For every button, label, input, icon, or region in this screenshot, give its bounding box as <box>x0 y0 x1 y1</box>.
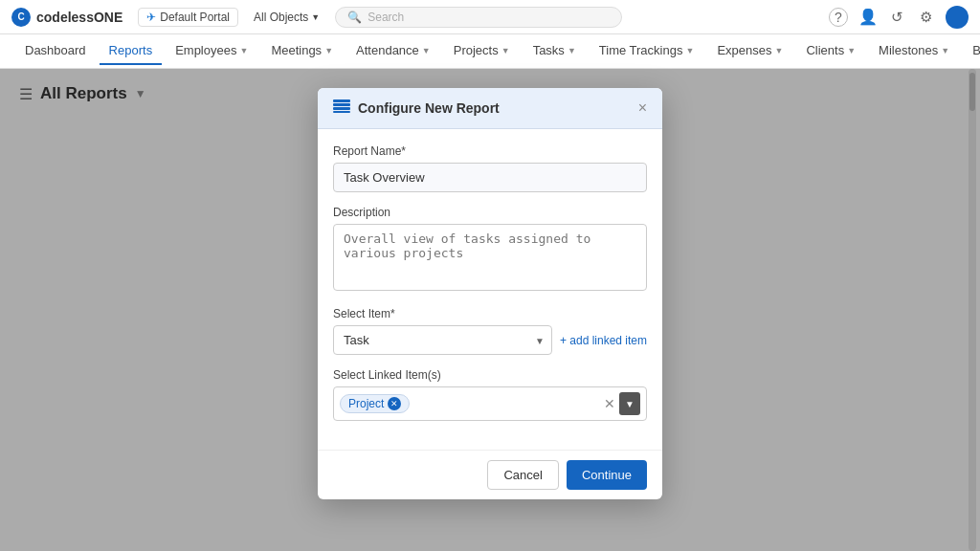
continue-button[interactable]: Continue <box>567 460 647 490</box>
linked-dropdown-button[interactable]: ▼ <box>619 392 640 415</box>
nav-item-attendance[interactable]: Attendance ▼ <box>346 37 440 65</box>
all-objects-label: All Objects <box>254 11 308 24</box>
modal-title-wrap: Configure New Report <box>333 99 500 117</box>
report-name-input[interactable] <box>333 163 647 192</box>
employees-chevron-icon: ▼ <box>239 46 248 55</box>
top-icons: ? 👤 ↺ ⚙ <box>829 6 969 29</box>
nav-label-employees: Employees <box>175 43 236 57</box>
modal-table-icon <box>333 99 350 117</box>
user-icon[interactable]: 👤 <box>859 9 877 26</box>
svg-rect-1 <box>333 103 350 106</box>
linked-tag-remove-button[interactable]: ✕ <box>388 397 401 410</box>
nav-item-dashboard[interactable]: Dashboard <box>15 37 96 65</box>
search-icon: 🔍 <box>347 11 362 24</box>
portal-label: Default Portal <box>160 11 230 24</box>
linked-tag-project: Project ✕ <box>340 394 410 413</box>
description-group: Description <box>333 206 647 294</box>
modal-header: Configure New Report × <box>318 88 662 129</box>
time-trackings-chevron-icon: ▼ <box>685 46 694 55</box>
linked-tag-label: Project <box>348 397 384 410</box>
modal-title: Configure New Report <box>358 100 500 116</box>
cancel-button[interactable]: Cancel <box>487 460 558 490</box>
meetings-chevron-icon: ▼ <box>324 46 333 55</box>
logo-icon: C <box>11 8 31 27</box>
tasks-chevron-icon: ▼ <box>568 46 576 55</box>
nav-item-tasks[interactable]: Tasks ▼ <box>523 37 586 65</box>
svg-rect-0 <box>333 99 350 102</box>
report-name-label: Report Name* <box>333 144 647 158</box>
nav-label-time-trackings: Time Trackings <box>599 43 683 57</box>
description-textarea[interactable] <box>333 224 647 291</box>
modal-close-button[interactable]: × <box>638 100 647 116</box>
nav-label-dashboard: Dashboard <box>25 43 86 57</box>
nav-item-clients[interactable]: Clients ▼ <box>796 37 865 65</box>
select-item-dropdown[interactable]: Task <box>333 325 552 355</box>
modal-footer: Cancel Continue <box>318 450 662 499</box>
page-body: ☰ All Reports ▼ Configure New Repor <box>0 69 980 551</box>
attendance-chevron-icon: ▼ <box>422 46 431 55</box>
select-item-row: Task ▼ + add linked item <box>333 325 647 355</box>
logo[interactable]: C codelessONE <box>11 8 122 27</box>
nav-label-reports: Reports <box>109 43 153 57</box>
nav-label-attendance: Attendance <box>356 43 419 57</box>
search-bar[interactable]: 🔍 Search <box>335 7 622 28</box>
nav-item-reports[interactable]: Reports <box>100 37 163 65</box>
nav-bar: Dashboard Reports Employees ▼ Meetings ▼… <box>0 34 980 69</box>
settings-icon[interactable]: ⚙ <box>917 9 934 26</box>
expenses-chevron-icon: ▼ <box>774 46 783 55</box>
nav-label-meetings: Meetings <box>271 43 322 57</box>
nav-item-milestones[interactable]: Milestones ▼ <box>869 37 959 65</box>
logo-text: codelessONE <box>36 10 122 25</box>
svg-rect-2 <box>333 107 350 110</box>
nav-label-expenses: Expenses <box>717 43 771 57</box>
nav-item-time-trackings[interactable]: Time Trackings ▼ <box>590 37 704 65</box>
linked-items-input[interactable]: Project ✕ ✕ ▼ <box>333 386 647 421</box>
history-icon[interactable]: ↺ <box>888 9 905 26</box>
portal-selector[interactable]: ✈ Default Portal <box>138 8 238 27</box>
modal-overlay: Configure New Report × Report Name* Desc… <box>0 69 980 551</box>
report-name-group: Report Name* <box>333 144 647 192</box>
avatar[interactable] <box>946 6 969 29</box>
search-placeholder: Search <box>368 11 404 24</box>
top-bar: C codelessONE ✈ Default Portal All Objec… <box>0 0 980 34</box>
select-item-label: Select Item* <box>333 307 647 320</box>
nav-label-clients: Clients <box>806 43 844 57</box>
nav-item-employees[interactable]: Employees ▼ <box>166 37 257 65</box>
nav-label-milestones: Milestones <box>879 43 938 57</box>
nav-item-expenses[interactable]: Expenses ▼ <box>707 37 792 65</box>
linked-items-label: Select Linked Item(s) <box>333 368 647 382</box>
nav-item-budgets[interactable]: Budgets ▼ <box>963 37 980 65</box>
all-objects-chevron-icon: ▼ <box>311 12 320 22</box>
nav-item-meetings[interactable]: Meetings ▼ <box>261 37 343 65</box>
clients-chevron-icon: ▼ <box>847 46 856 55</box>
nav-item-projects[interactable]: Projects ▼ <box>444 37 520 65</box>
select-item-group: Select Item* Task ▼ + add linked item <box>333 307 647 355</box>
linked-items-group: Select Linked Item(s) Project ✕ ✕ ▼ <box>333 368 647 421</box>
nav-label-tasks: Tasks <box>533 43 565 57</box>
select-item-wrap: Task ▼ <box>333 325 552 355</box>
milestones-chevron-icon: ▼ <box>941 46 949 55</box>
nav-label-projects: Projects <box>454 43 499 57</box>
all-objects-dropdown[interactable]: All Objects ▼ <box>254 11 320 24</box>
linked-clear-button[interactable]: ✕ <box>604 396 615 411</box>
add-linked-item-button[interactable]: + add linked item <box>560 334 647 347</box>
portal-arrow-icon: ✈ <box>146 11 156 24</box>
svg-rect-3 <box>333 111 350 113</box>
description-label: Description <box>333 206 647 219</box>
help-icon[interactable]: ? <box>829 8 848 27</box>
configure-report-modal: Configure New Report × Report Name* Desc… <box>318 88 662 499</box>
modal-body: Report Name* Description Select Item* Ta… <box>318 129 662 450</box>
nav-label-budgets: Budgets <box>972 43 980 57</box>
projects-chevron-icon: ▼ <box>501 46 510 55</box>
